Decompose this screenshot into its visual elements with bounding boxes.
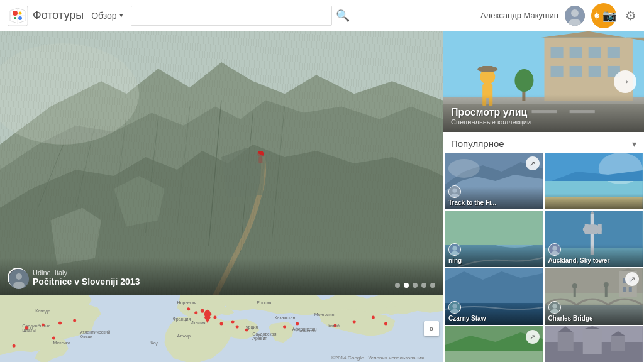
street-view-subtitle: Специальные коллекции [451,118,636,126]
svg-rect-71 [570,47,582,58]
svg-point-1 [13,11,18,16]
thumbnail-czarny[interactable]: Czarny Staw [445,268,543,325]
svg-rect-73 [608,47,620,58]
hero-image [0,31,443,295]
dot-1[interactable] [395,283,400,288]
svg-marker-101 [445,211,543,245]
header: Фототуры Обзор ▾ 🔍 Александр Макушин 📷 ⚙ [0,0,644,31]
svg-point-31 [13,282,25,289]
thumbnail-track-fi[interactable]: Track to the Fi... ↗ [445,153,543,209]
thumbnail-auckland[interactable]: Auckland, Sky tower [545,211,643,267]
svg-line-19 [177,106,190,226]
map-copyright: ©2014 Google · Условия использования [331,355,424,361]
svg-point-44 [58,321,62,324]
svg-point-61 [372,315,375,319]
share-button-track[interactable]: ↗ [526,156,540,170]
svg-line-21 [240,113,253,252]
street-view-next-button[interactable]: → [614,70,636,93]
dot-2[interactable] [404,283,409,288]
popular-title: Популярное [451,138,504,149]
thumb-avatar-czarny [448,301,461,314]
street-view-text: Просмотр улиц Специальные коллекции [443,94,644,132]
svg-point-136 [552,304,557,309]
add-photo-button[interactable]: 📷 [591,3,616,28]
thumb-avatar-auckland [548,243,561,256]
thumbnail-charles-bridge[interactable]: Charles Bridge ↗ [545,268,643,325]
dot-3[interactable] [413,283,418,288]
svg-point-52 [213,315,216,319]
hero-user-avatar [8,268,28,288]
svg-line-18 [145,119,158,233]
right-panel: Просмотр улиц Специальные коллекции → По… [443,31,644,362]
nav-overview[interactable]: Обзор ▾ [91,11,123,21]
thumb-title-river: ning [448,257,540,264]
hero-bottom-bar: Udine, Italy Počitnice v Sloveniji 2013 [0,258,443,295]
username: Александр Макушин [480,11,558,20]
popular-expand-button[interactable]: ▾ [632,139,636,149]
svg-rect-143 [557,332,573,351]
svg-point-54 [231,320,235,323]
svg-rect-133 [623,287,626,292]
svg-rect-111 [597,224,601,234]
svg-point-120 [452,304,457,309]
left-panel: Udine, Italy Počitnice v Sloveniji 2013 [0,31,443,362]
svg-rect-75 [570,66,582,77]
svg-rect-144 [582,329,601,354]
svg-point-43 [42,323,45,326]
thumb-bg-castle [545,326,643,362]
svg-line-16 [76,126,95,208]
svg-point-60 [353,320,356,323]
hero-panorama[interactable]: Udine, Italy Počitnice v Sloveniji 2013 [0,31,443,295]
thumb-title-czarny: Czarny Staw [448,315,540,322]
user-area: Александр Макушин 📷 ⚙ [480,3,636,28]
thumbnail-green-landscape[interactable]: ↗ [445,326,543,362]
dot-4[interactable] [421,283,426,288]
thumbnail-grid: Track to the Fi... ↗ [443,153,644,326]
map-panel[interactable]: Канада СоединённыеШтаты Мексика Атлантич… [0,295,443,362]
thumbnail-castle[interactable] [545,326,643,362]
search-input[interactable] [131,6,332,26]
thumbnail-beach[interactable] [545,153,643,209]
svg-point-57 [283,325,286,328]
svg-line-15 [38,145,63,208]
svg-rect-110 [584,224,588,234]
avatar [565,6,585,26]
more-thumbnails-row: ↗ [443,326,644,362]
svg-point-62 [384,322,387,325]
svg-point-42 [25,326,28,330]
svg-point-45 [73,319,76,322]
svg-point-93 [452,189,457,193]
svg-point-6 [571,9,579,17]
settings-icon[interactable]: ⚙ [625,8,636,23]
svg-rect-127 [604,286,607,297]
share-button-charles[interactable]: ↗ [625,272,639,286]
svg-rect-24 [258,157,262,163]
svg-rect-140 [445,351,543,362]
svg-point-3 [19,11,22,14]
svg-point-53 [219,322,223,325]
thumb-title-charles: Charles Bridge [548,315,640,322]
svg-rect-134 [628,287,631,292]
svg-line-20 [209,100,221,245]
svg-point-47 [52,337,55,340]
popular-section-header: Популярное ▾ [443,132,644,153]
street-view-banner[interactable]: Просмотр улиц Специальные коллекции → [443,31,644,132]
map-expand-button[interactable]: » [424,321,439,336]
hero-location: Udine, Italy [33,269,140,277]
thumb-avatar-track [448,185,461,198]
svg-point-4 [14,17,16,19]
dot-5[interactable] [430,283,435,288]
thumb-title-track: Track to the Fi... [448,199,540,206]
svg-point-91 [448,159,480,178]
svg-point-30 [16,273,22,280]
svg-rect-72 [589,47,601,58]
search-icon[interactable]: 🔍 [336,9,350,23]
thumb-overlay-beach [545,194,643,209]
svg-point-56 [245,328,248,331]
share-button-green[interactable]: ↗ [526,330,540,344]
svg-point-113 [552,246,557,251]
svg-point-2 [18,16,22,20]
thumbnail-river[interactable]: ning [445,211,543,267]
svg-line-17 [114,113,126,221]
thumb-avatar-charles [548,301,561,314]
